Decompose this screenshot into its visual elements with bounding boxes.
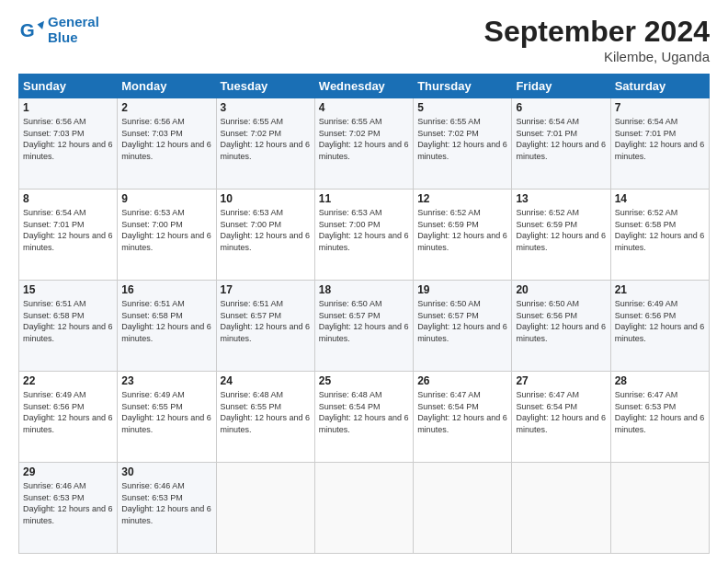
day-number: 30	[121, 465, 211, 478]
days-header-row: Sunday Monday Tuesday Wednesday Thursday…	[19, 75, 710, 98]
day-info: Sunrise: 6:50 AM Sunset: 6:57 PM Dayligh…	[319, 298, 409, 344]
day-cell: 20 Sunrise: 6:50 AM Sunset: 6:56 PM Dayl…	[512, 281, 610, 372]
day-cell: 2 Sunrise: 6:56 AM Sunset: 7:03 PM Dayli…	[118, 98, 216, 190]
day-cell: 9 Sunrise: 6:53 AM Sunset: 7:00 PM Dayli…	[118, 190, 216, 281]
day-cell: 27 Sunrise: 6:47 AM Sunset: 6:54 PM Dayl…	[512, 372, 610, 463]
day-info: Sunrise: 6:52 AM Sunset: 6:59 PM Dayligh…	[516, 207, 606, 253]
day-cell: 12 Sunrise: 6:52 AM Sunset: 6:59 PM Dayl…	[414, 190, 512, 281]
day-info: Sunrise: 6:53 AM Sunset: 7:00 PM Dayligh…	[319, 207, 409, 253]
day-cell: 4 Sunrise: 6:55 AM Sunset: 7:02 PM Dayli…	[314, 98, 413, 190]
day-cell: 5 Sunrise: 6:55 AM Sunset: 7:02 PM Dayli…	[414, 98, 512, 190]
month-title: September 2024	[484, 15, 710, 49]
day-cell: 19 Sunrise: 6:50 AM Sunset: 6:57 PM Dayl…	[414, 281, 512, 372]
day-number: 29	[23, 465, 113, 478]
day-cell: 11 Sunrise: 6:53 AM Sunset: 7:00 PM Dayl…	[314, 190, 413, 281]
svg-marker-1	[38, 20, 44, 29]
day-info: Sunrise: 6:46 AM Sunset: 6:53 PM Dayligh…	[23, 480, 113, 526]
day-info: Sunrise: 6:52 AM Sunset: 6:59 PM Dayligh…	[417, 207, 507, 253]
day-cell: 13 Sunrise: 6:52 AM Sunset: 6:59 PM Dayl…	[512, 190, 610, 281]
day-number: 11	[319, 192, 409, 205]
day-number: 13	[516, 192, 606, 205]
day-cell: 23 Sunrise: 6:49 AM Sunset: 6:55 PM Dayl…	[118, 372, 216, 463]
day-number: 28	[615, 374, 705, 387]
day-info: Sunrise: 6:52 AM Sunset: 6:58 PM Dayligh…	[615, 207, 705, 253]
week-row-1: 1 Sunrise: 6:56 AM Sunset: 7:03 PM Dayli…	[19, 98, 710, 190]
day-cell: 10 Sunrise: 6:53 AM Sunset: 7:00 PM Dayl…	[216, 190, 314, 281]
day-number: 7	[615, 101, 705, 114]
day-cell: 16 Sunrise: 6:51 AM Sunset: 6:58 PM Dayl…	[118, 281, 216, 372]
day-number: 2	[121, 101, 211, 114]
day-number: 19	[417, 283, 507, 296]
day-cell: 14 Sunrise: 6:52 AM Sunset: 6:58 PM Dayl…	[610, 190, 709, 281]
day-info: Sunrise: 6:51 AM Sunset: 6:58 PM Dayligh…	[23, 298, 113, 344]
day-number: 3	[221, 101, 311, 114]
day-info: Sunrise: 6:49 AM Sunset: 6:55 PM Dayligh…	[121, 389, 211, 435]
day-info: Sunrise: 6:50 AM Sunset: 6:57 PM Dayligh…	[417, 298, 507, 344]
day-cell: 21 Sunrise: 6:49 AM Sunset: 6:56 PM Dayl…	[610, 281, 709, 372]
day-number: 23	[121, 374, 211, 387]
day-cell: 25 Sunrise: 6:48 AM Sunset: 6:54 PM Dayl…	[314, 372, 413, 463]
day-info: Sunrise: 6:54 AM Sunset: 7:01 PM Dayligh…	[516, 116, 606, 162]
day-number: 21	[615, 283, 705, 296]
day-number: 4	[319, 101, 409, 114]
day-cell: 8 Sunrise: 6:54 AM Sunset: 7:01 PM Dayli…	[19, 190, 118, 281]
day-info: Sunrise: 6:48 AM Sunset: 6:55 PM Dayligh…	[221, 389, 311, 435]
day-cell: 26 Sunrise: 6:47 AM Sunset: 6:54 PM Dayl…	[414, 372, 512, 463]
day-info: Sunrise: 6:53 AM Sunset: 7:00 PM Dayligh…	[121, 207, 211, 253]
title-block: September 2024 Kilembe, Uganda	[484, 15, 710, 64]
week-row-4: 22 Sunrise: 6:49 AM Sunset: 6:56 PM Dayl…	[19, 372, 710, 463]
logo-icon: G	[18, 17, 44, 43]
day-cell: 17 Sunrise: 6:51 AM Sunset: 6:57 PM Dayl…	[216, 281, 314, 372]
day-cell: 18 Sunrise: 6:50 AM Sunset: 6:57 PM Dayl…	[314, 281, 413, 372]
day-info: Sunrise: 6:51 AM Sunset: 6:58 PM Dayligh…	[121, 298, 211, 344]
day-number: 8	[23, 192, 113, 205]
day-number: 27	[516, 374, 606, 387]
day-cell	[512, 463, 610, 554]
day-info: Sunrise: 6:47 AM Sunset: 6:54 PM Dayligh…	[516, 389, 606, 435]
day-info: Sunrise: 6:55 AM Sunset: 7:02 PM Dayligh…	[221, 116, 311, 162]
day-info: Sunrise: 6:49 AM Sunset: 6:56 PM Dayligh…	[23, 389, 113, 435]
day-info: Sunrise: 6:55 AM Sunset: 7:02 PM Dayligh…	[417, 116, 507, 162]
day-cell: 1 Sunrise: 6:56 AM Sunset: 7:03 PM Dayli…	[19, 98, 118, 190]
logo-text: General Blue	[48, 15, 99, 45]
day-cell	[610, 463, 709, 554]
svg-text:G: G	[20, 18, 35, 40]
day-number: 14	[615, 192, 705, 205]
day-cell	[414, 463, 512, 554]
day-number: 20	[516, 283, 606, 296]
day-number: 18	[319, 283, 409, 296]
day-info: Sunrise: 6:47 AM Sunset: 6:54 PM Dayligh…	[417, 389, 507, 435]
day-cell	[314, 463, 413, 554]
day-cell: 6 Sunrise: 6:54 AM Sunset: 7:01 PM Dayli…	[512, 98, 610, 190]
day-number: 15	[23, 283, 113, 296]
day-number: 24	[221, 374, 311, 387]
header-friday: Friday	[512, 75, 610, 98]
day-number: 5	[417, 101, 507, 114]
day-info: Sunrise: 6:50 AM Sunset: 6:56 PM Dayligh…	[516, 298, 606, 344]
day-cell	[216, 463, 314, 554]
header-sunday: Sunday	[19, 75, 118, 98]
day-cell: 15 Sunrise: 6:51 AM Sunset: 6:58 PM Dayl…	[19, 281, 118, 372]
calendar-table: Sunday Monday Tuesday Wednesday Thursday…	[18, 74, 710, 554]
week-row-3: 15 Sunrise: 6:51 AM Sunset: 6:58 PM Dayl…	[19, 281, 710, 372]
logo-blue: Blue	[48, 30, 99, 46]
day-number: 6	[516, 101, 606, 114]
day-info: Sunrise: 6:55 AM Sunset: 7:02 PM Dayligh…	[319, 116, 409, 162]
day-info: Sunrise: 6:56 AM Sunset: 7:03 PM Dayligh…	[23, 116, 113, 162]
page: G General Blue September 2024 Kilembe, U…	[0, 0, 728, 563]
header: G General Blue September 2024 Kilembe, U…	[18, 15, 710, 64]
header-monday: Monday	[118, 75, 216, 98]
logo-general: General	[48, 14, 99, 29]
day-info: Sunrise: 6:54 AM Sunset: 7:01 PM Dayligh…	[23, 207, 113, 253]
location: Kilembe, Uganda	[484, 49, 710, 64]
day-info: Sunrise: 6:53 AM Sunset: 7:00 PM Dayligh…	[221, 207, 311, 253]
day-cell: 22 Sunrise: 6:49 AM Sunset: 6:56 PM Dayl…	[19, 372, 118, 463]
day-number: 25	[319, 374, 409, 387]
day-cell: 7 Sunrise: 6:54 AM Sunset: 7:01 PM Dayli…	[610, 98, 709, 190]
logo: G General Blue	[18, 15, 99, 45]
day-info: Sunrise: 6:51 AM Sunset: 6:57 PM Dayligh…	[221, 298, 311, 344]
day-info: Sunrise: 6:47 AM Sunset: 6:53 PM Dayligh…	[615, 389, 705, 435]
day-info: Sunrise: 6:54 AM Sunset: 7:01 PM Dayligh…	[615, 116, 705, 162]
header-saturday: Saturday	[610, 75, 709, 98]
day-cell: 29 Sunrise: 6:46 AM Sunset: 6:53 PM Dayl…	[19, 463, 118, 554]
